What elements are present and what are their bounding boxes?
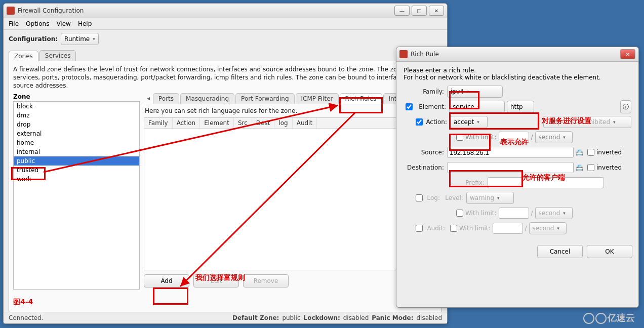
status-connected: Connected.	[9, 314, 43, 321]
menu-help[interactable]: Help	[78, 20, 92, 27]
dialog-intro2: For host or network white or blacklistin…	[404, 74, 631, 81]
menu-options[interactable]: Options	[26, 20, 49, 27]
subtab-scroll-left[interactable]: ◂	[144, 95, 153, 102]
action-limit-label: With limit:	[465, 134, 497, 141]
panic-mode-label: Panic Mode:	[372, 314, 413, 321]
zone-item-dmz[interactable]: dmz	[14, 111, 139, 120]
prefix-input[interactable]	[488, 177, 604, 188]
configuration-combo[interactable]: Runtime▾	[61, 33, 99, 45]
log-limit-input[interactable]	[499, 208, 529, 219]
zone-item-work[interactable]: work	[14, 175, 139, 184]
subtab-icmp-filter[interactable]: ICMP Filter	[296, 93, 339, 104]
subtab-rich-rules[interactable]: Rich Rules	[340, 93, 382, 104]
tab-services[interactable]: Services	[39, 50, 76, 61]
source-input[interactable]	[447, 147, 574, 158]
chevron-down-icon: ▾	[93, 36, 95, 42]
ok-button[interactable]: OK	[587, 245, 632, 258]
audit-checkbox[interactable]	[416, 225, 423, 232]
audit-label: Audit:	[425, 225, 445, 232]
column-family[interactable]: Family	[144, 118, 173, 128]
action-combo[interactable]: accept▾	[450, 116, 488, 128]
log-checkbox[interactable]	[416, 194, 423, 201]
zone-item-internal[interactable]: internal	[14, 147, 139, 156]
zone-item-trusted[interactable]: trusted	[14, 166, 139, 175]
column-action[interactable]: Action	[173, 118, 200, 128]
default-zone-label: Default Zone:	[232, 314, 279, 321]
source-inverted-checkbox[interactable]	[587, 149, 594, 156]
action-limit-checkbox[interactable]	[456, 134, 463, 141]
audit-limit-input[interactable]	[493, 223, 523, 234]
maximize-button[interactable]: □	[412, 6, 427, 16]
source-inverted-label: inverted	[596, 149, 622, 156]
element-type-combo[interactable]: service▾	[449, 101, 505, 113]
log-limit-label: With limit:	[465, 210, 497, 217]
add-button[interactable]: Add	[144, 274, 189, 288]
column-audit[interactable]: Audit	[293, 118, 317, 128]
watermark: 亿速云	[583, 312, 635, 324]
destination-input[interactable]	[447, 162, 574, 173]
family-combo[interactable]: ipv4▾	[447, 86, 503, 98]
zone-item-public[interactable]: public	[14, 156, 139, 166]
log-label: Log:	[425, 194, 440, 201]
close-button[interactable]: ✕	[429, 6, 444, 16]
zone-header: Zone	[13, 93, 140, 100]
app-icon	[7, 7, 15, 15]
column-src[interactable]: Src	[234, 118, 252, 128]
source-label: Source:	[404, 149, 444, 156]
subtab-ports[interactable]: Ports	[153, 93, 179, 104]
log-limit-checkbox[interactable]	[456, 210, 463, 217]
log-level-combo[interactable]: warning▾	[466, 192, 514, 204]
column-dest[interactable]: Dest	[252, 118, 275, 128]
element-value-select[interactable]: http	[507, 101, 534, 113]
zone-item-external[interactable]: external	[14, 129, 139, 138]
source-picker-icon[interactable]: 📇	[576, 149, 583, 156]
action-checkbox[interactable]	[416, 118, 423, 126]
element-info-button[interactable]: ⓘ	[620, 100, 631, 113]
audit-limit-unit[interactable]: second▾	[529, 222, 567, 234]
menu-view[interactable]: View	[56, 20, 70, 27]
cancel-button[interactable]: Cancel	[537, 245, 583, 258]
dialog-title: Rich Rule	[411, 51, 439, 58]
window-title: Firewall Configuration	[18, 7, 84, 14]
destination-picker-icon[interactable]: 📇	[576, 164, 583, 171]
subtab-port-forwarding[interactable]: Port Forwarding	[235, 93, 294, 104]
zone-item-drop[interactable]: drop	[14, 120, 139, 129]
action-limit-input[interactable]	[499, 132, 529, 143]
family-label: Family:	[404, 88, 444, 95]
panic-mode-value: disabled	[416, 314, 442, 321]
zone-item-home[interactable]: home	[14, 138, 139, 147]
configuration-label: Configuration:	[9, 35, 58, 43]
edit-button[interactable]: Edit	[193, 274, 239, 288]
rich-rules-description: Here you can set rich language rules for…	[144, 104, 437, 117]
tab-zones[interactable]: Zones	[9, 51, 38, 61]
destination-inverted-checkbox[interactable]	[587, 164, 594, 171]
dialog-close-button[interactable]: ✕	[620, 49, 635, 59]
zone-description: A firewalld zone defines the level of tr…	[13, 65, 437, 90]
element-label: Element:	[415, 103, 446, 110]
element-checkbox[interactable]	[406, 103, 413, 110]
destination-label: Destination:	[404, 164, 444, 171]
dialog-intro1: Please enter a rich rule.	[404, 67, 631, 74]
default-zone-value: public	[282, 314, 300, 321]
prefix-label: Prefix:	[464, 179, 485, 186]
app-icon	[399, 50, 408, 58]
action-limit-unit[interactable]: second▾	[535, 131, 573, 143]
zone-listbox[interactable]: blockdmzdropexternalhomeinternalpublictr…	[13, 101, 140, 290]
column-log[interactable]: log	[274, 118, 292, 128]
destination-inverted-label: inverted	[596, 164, 622, 171]
zone-item-block[interactable]: block	[14, 102, 139, 111]
column-element[interactable]: Element	[200, 118, 234, 128]
lockdown-value: disabled	[343, 314, 369, 321]
rich-rules-table: FamilyActionElementSrcDestlogAudit	[144, 117, 437, 270]
log-limit-unit[interactable]: second▾	[535, 207, 573, 219]
remove-button[interactable]: Remove	[243, 274, 289, 288]
audit-limit-checkbox[interactable]	[450, 225, 457, 232]
icmp-type-combo[interactable]: icmp-host-prohibited▾	[543, 116, 631, 128]
minimize-button[interactable]: —	[394, 6, 410, 16]
level-label: Level:	[443, 194, 463, 201]
action-label: Action:	[425, 118, 447, 126]
menu-file[interactable]: File	[9, 20, 19, 27]
subtab-masquerading[interactable]: Masquerading	[180, 93, 234, 104]
audit-limit-label: With limit:	[459, 225, 491, 232]
lockdown-label: Lockdown:	[303, 314, 340, 321]
